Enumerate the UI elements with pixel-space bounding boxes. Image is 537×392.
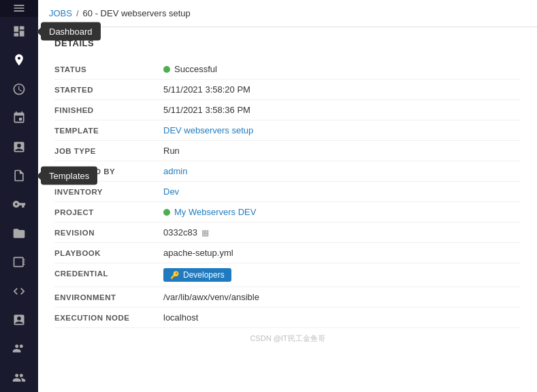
table-row: PROJECT My Webservers DEV xyxy=(54,202,521,223)
credential-name: Developers xyxy=(183,270,225,280)
content-area: DETAILS STATUS Successful STARTED 5/11/2… xyxy=(38,27,537,392)
label-credential: CREDENTIAL xyxy=(54,268,163,278)
label-launched-by: LAUNCHED BY xyxy=(54,166,163,176)
template-link[interactable]: DEV webservers setup xyxy=(163,125,253,135)
key-icon: 🔑 xyxy=(170,271,180,280)
sidebar-item-users[interactable] xyxy=(0,341,38,356)
value-project: My Webservers DEV xyxy=(163,207,521,217)
label-status: STATUS xyxy=(54,64,163,74)
value-job-type: Run xyxy=(163,146,521,156)
table-row: STARTED 5/11/2021 3:58:20 PM xyxy=(54,80,521,100)
table-row: TEMPLATE DEV webservers setup xyxy=(54,120,521,141)
table-row: CREDENTIAL 🔑 Developers xyxy=(54,263,521,287)
label-environment: ENVIRONMENT xyxy=(54,292,163,301)
table-row: JOB TYPE Run xyxy=(54,141,521,161)
sidebar-item-portal[interactable] xyxy=(0,139,38,154)
sidebar-item-dashboard[interactable]: Dashboard xyxy=(0,24,38,39)
copy-icon[interactable]: ▦ xyxy=(201,228,209,238)
value-finished: 5/11/2021 3:58:36 PM xyxy=(163,105,521,115)
table-row: LAUNCHED BY admin xyxy=(54,161,521,182)
value-environment: /var/lib/awx/venv/ansible xyxy=(163,292,521,302)
value-playbook: apache-setup.yml xyxy=(163,248,521,258)
sidebar-item-calendar[interactable] xyxy=(0,110,38,125)
section-title: DETAILS xyxy=(54,38,521,48)
sidebar-item-jobs[interactable] xyxy=(0,52,38,67)
value-credential: 🔑 Developers xyxy=(163,268,521,282)
breadcrumb-jobs-link[interactable]: JOBS xyxy=(49,8,72,18)
value-launched-by: admin xyxy=(163,166,521,176)
environment-text: /var/lib/awx/venv/ansible xyxy=(163,292,259,302)
breadcrumb-current: 60 - DEV webservers setup xyxy=(83,8,191,18)
inventory-link[interactable]: Dev xyxy=(163,186,179,197)
playbook-text: apache-setup.yml xyxy=(163,248,233,258)
project-link[interactable]: My Webservers DEV xyxy=(174,207,256,217)
watermark: CSDN @IT民工金鱼哥 xyxy=(54,328,521,349)
status-dot-green xyxy=(163,66,170,73)
table-row: PLAYBOOK apache-setup.yml xyxy=(54,243,521,263)
table-row: INVENTORY Dev xyxy=(54,182,521,202)
table-row: EXECUTION NODE localhost xyxy=(54,308,521,328)
table-row: STATUS Successful xyxy=(54,59,521,80)
sidebar-item-code[interactable] xyxy=(0,283,38,298)
value-inventory: Dev xyxy=(163,186,521,197)
main-content: JOBS / 60 - DEV webservers setup DETAILS… xyxy=(38,0,537,392)
job-type-text: Run xyxy=(163,146,180,156)
label-started: STARTED xyxy=(54,84,163,94)
sidebar-item-inventory[interactable] xyxy=(0,255,38,270)
table-row: FINISHED 5/11/2021 3:58:36 PM xyxy=(54,100,521,120)
project-status-dot xyxy=(163,209,170,216)
sidebar: Dashboard Templates xyxy=(0,0,38,392)
label-finished: FINISHED xyxy=(54,105,163,114)
credential-badge[interactable]: 🔑 Developers xyxy=(163,268,231,282)
value-execution-node: localhost xyxy=(163,312,521,323)
sidebar-menu-toggle[interactable] xyxy=(0,0,38,17)
table-row: REVISION 0332c83 ▦ xyxy=(54,223,521,243)
started-text: 5/11/2021 3:58:20 PM xyxy=(163,84,250,95)
sidebar-item-templates[interactable]: Templates xyxy=(0,168,38,183)
details-table: STATUS Successful STARTED 5/11/2021 3:58… xyxy=(54,59,521,328)
sidebar-item-schedules[interactable] xyxy=(0,82,38,97)
breadcrumb-separator: / xyxy=(76,8,79,18)
header: JOBS / 60 - DEV webservers setup xyxy=(38,0,537,27)
status-text: Successful xyxy=(174,64,217,74)
breadcrumb: JOBS / 60 - DEV webservers setup xyxy=(49,8,191,18)
value-status: Successful xyxy=(163,64,521,74)
value-started: 5/11/2021 3:58:20 PM xyxy=(163,84,521,95)
value-revision: 0332c83 ▦ xyxy=(163,227,521,238)
label-revision: REVISION xyxy=(54,227,163,237)
sidebar-item-projects[interactable] xyxy=(0,226,38,241)
label-project: PROJECT xyxy=(54,207,163,216)
finished-text: 5/11/2021 3:58:36 PM xyxy=(163,105,250,115)
label-inventory: INVENTORY xyxy=(54,186,163,196)
label-execution-node: EXECUTION NODE xyxy=(54,312,163,322)
sidebar-item-reports[interactable] xyxy=(0,312,38,327)
label-playbook: PLAYBOOK xyxy=(54,248,163,257)
sidebar-item-credentials[interactable] xyxy=(0,197,38,212)
label-template: TEMPLATE xyxy=(54,125,163,135)
table-row: ENVIRONMENT /var/lib/awx/venv/ansible xyxy=(54,287,521,308)
launched-by-link[interactable]: admin xyxy=(163,166,187,176)
value-template: DEV webservers setup xyxy=(163,125,521,135)
label-job-type: JOB TYPE xyxy=(54,146,163,155)
revision-text: 0332c83 xyxy=(163,227,197,238)
execution-node-text: localhost xyxy=(163,312,198,323)
sidebar-item-team[interactable] xyxy=(0,370,38,385)
